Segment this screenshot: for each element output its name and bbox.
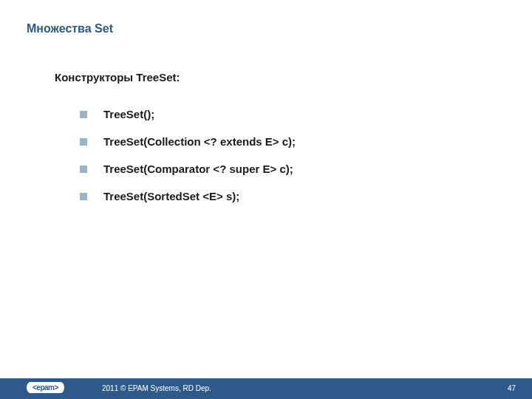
list-item-text: TreeSet(SortedSet <E> s); — [103, 190, 239, 202]
page-number: 47 — [508, 384, 516, 392]
list-item: TreeSet(Collection <? extends E> c); — [80, 135, 296, 148]
list-item-text: TreeSet(); — [103, 108, 154, 120]
bullet-icon — [80, 166, 87, 173]
constructor-list: TreeSet(); TreeSet(Collection <? extends… — [80, 108, 296, 217]
list-item: TreeSet(Comparator <? super E> c); — [80, 163, 296, 175]
bullet-icon — [80, 193, 87, 200]
list-item: TreeSet(SortedSet <E> s); — [80, 190, 296, 202]
slide-title: Множества Set — [27, 22, 113, 35]
footer-bar: <epam> 2011 © EPAM Systems, RD Dep. 47 — [0, 378, 532, 399]
list-item-text: TreeSet(Comparator <? super E> c); — [103, 163, 293, 175]
slide: Множества Set Конструкторы TreeSet: Tree… — [0, 0, 532, 399]
bullet-icon — [80, 138, 87, 146]
list-item-text: TreeSet(Collection <? extends E> c); — [103, 135, 296, 148]
bullet-icon — [80, 111, 87, 118]
epam-logo: <epam> — [27, 382, 64, 393]
footer-copyright: 2011 © EPAM Systems, RD Dep. — [102, 384, 211, 392]
list-item: TreeSet(); — [80, 108, 296, 120]
subtitle: Конструкторы TreeSet: — [55, 71, 180, 83]
footer-logo: <epam> — [27, 380, 64, 393]
